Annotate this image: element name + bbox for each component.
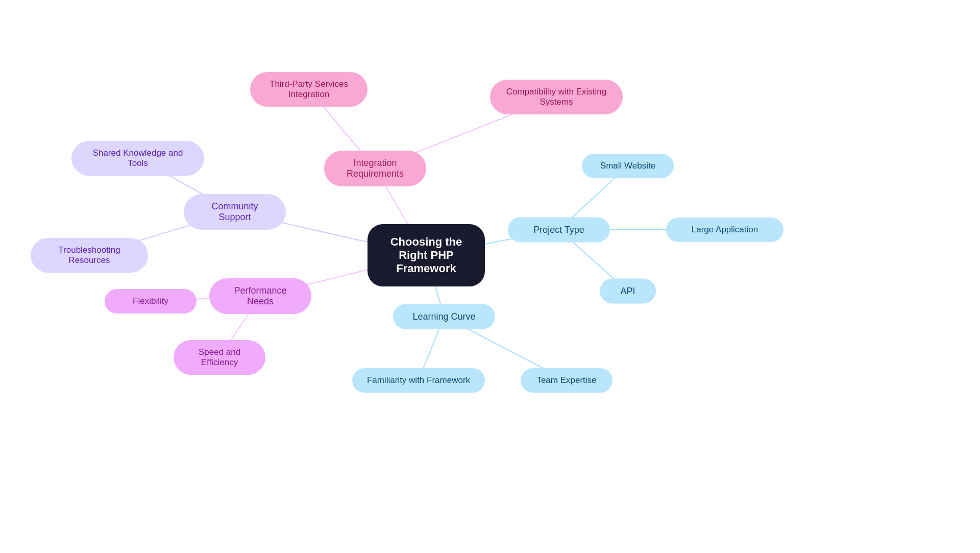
node-learning-curve[interactable]: Learning Curve [393,304,495,329]
node-third-party[interactable]: Third-Party Services Integration [250,72,368,107]
node-compatibility[interactable]: Compatibility with Existing Systems [490,80,623,114]
node-speed-efficiency[interactable]: Speed and Efficiency [174,340,265,375]
node-large-application[interactable]: Large Application [666,218,783,242]
node-performance-needs[interactable]: Performance Needs [209,278,311,314]
mindmap-container: Choosing the Right PHP FrameworkIntegrat… [0,0,980,553]
node-troubleshooting[interactable]: Troubleshooting Resources [31,238,148,273]
node-team-expertise[interactable]: Team Expertise [521,368,612,393]
node-api[interactable]: API [600,279,656,304]
node-community-support[interactable]: Community Support [184,194,286,230]
node-project-type[interactable]: Project Type [508,218,610,243]
node-familiarity[interactable]: Familiarity with Framework [352,368,485,393]
connection-lines [0,0,980,553]
node-flexibility[interactable]: Flexibility [105,289,197,314]
node-shared-knowledge[interactable]: Shared Knowledge and Tools [71,141,204,176]
center-node[interactable]: Choosing the Right PHP Framework [368,224,485,286]
node-small-website[interactable]: Small Website [582,154,674,178]
node-integration-requirements[interactable]: Integration Requirements [324,151,426,186]
